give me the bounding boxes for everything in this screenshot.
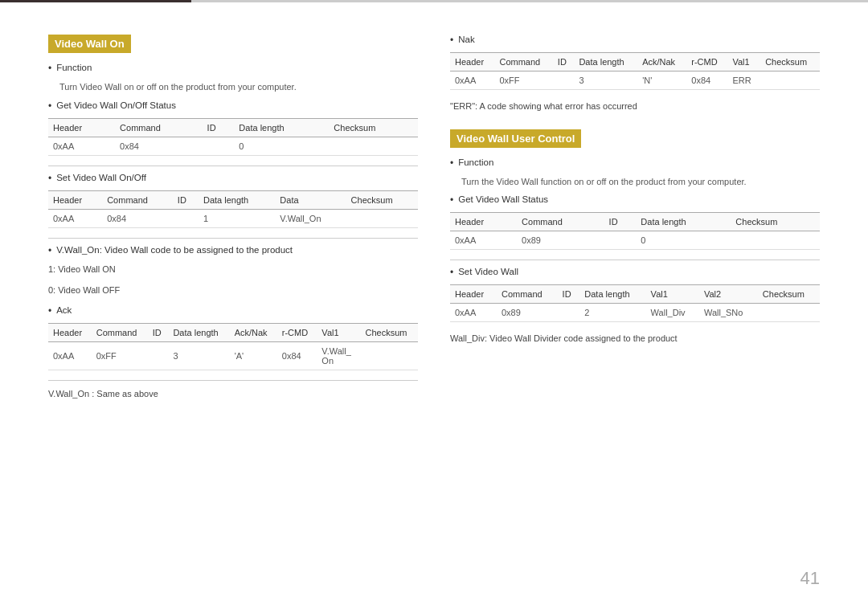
set-label: Set Video Wall On/Off [56,173,146,182]
get-col-checksum: Checksum [329,118,418,137]
table-row: 0xAA 0x84 1 V.Wall_On [48,209,418,227]
set-table: Header Command ID Data length Data Check… [48,190,418,228]
ack-note: V.Wall_On : Same as above [48,387,418,401]
nak-label: Nak [458,35,474,44]
section-video-wall-on: Video Wall On Function Turn Video Wall o… [48,35,418,400]
get-col-command: Command [115,118,202,137]
get-col-id: ID [203,118,235,137]
left-column: Video Wall On Function Turn Video Wall o… [48,35,418,408]
function-desc: Turn Video Wall on or off on the product… [59,80,418,94]
note2: 1: Video Wall ON [48,263,418,276]
section-title-vwuc: Video Wall User Control [450,129,581,148]
page-number: 41 [800,568,820,589]
ack-label: Ack [56,305,72,315]
table-row: 0xAA 0x84 0 [48,137,418,155]
wall-div-note: Wall_Div: Video Wall Divider code assign… [450,332,820,345]
table-row: 0xAA 0x89 0 [450,231,820,250]
get-col-header: Header [48,118,115,137]
table-row: 0xAA 0x89 2 Wall_Div Wall_SNo [450,304,820,322]
vwuc-function-label: Function [458,157,493,167]
vwall-note1: V.Wall_On: Video Wall code to be assigne… [56,245,293,255]
err-note: "ERR": A code showing what error has occ… [450,100,820,113]
section-video-wall-user-control: Video Wall User Control Function Turn th… [450,129,820,345]
table-row: 0xAA 0xFF 3 'A' 0x84 V.Wall_On [48,341,418,370]
get-col-datalength: Data length [234,118,329,137]
vwuc-get-table: Header Command ID Data length Checksum 0… [450,212,820,250]
vwuc-set-table: Header Command ID Data length Val1 Val2 … [450,284,820,322]
vwuc-get-label: Get Video Wall Status [458,194,548,204]
get-status-label: Get Video Wall On/Off Status [56,100,176,110]
table-row: 0xAA 0xFF 3 'N' 0x84 ERR [450,72,820,90]
get-table: Header Command ID Data length Checksum 0… [48,118,418,156]
function-list: Function [48,63,418,74]
function-label: Function [56,63,92,72]
nak-table: Header Command ID Data length Ack/Nak r-… [450,52,820,90]
section-title-video-wall-on: Video Wall On [48,35,131,53]
right-column: Nak Header Command ID Data length Ack/Na… [450,35,820,408]
vwuc-set-label: Set Video Wall [458,267,518,276]
vwuc-function-desc: Turn the Video Wall function on or off o… [461,175,820,189]
note3: 0: Video Wall OFF [48,284,418,297]
ack-table: Header Command ID Data length Ack/Nak r-… [48,323,418,370]
